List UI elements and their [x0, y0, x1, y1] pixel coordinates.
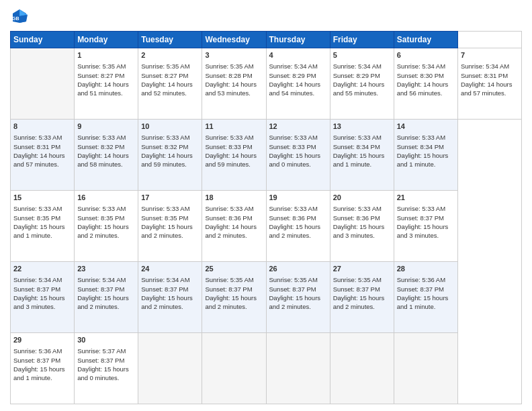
day-info: Sunrise: 5:33 AM: [205, 204, 263, 213]
logo-icon: GB: [10, 7, 29, 26]
day-number: 6: [397, 50, 455, 60]
day-info: and 59 minutes.: [141, 160, 199, 169]
day-cell: 3Sunrise: 5:35 AMSunset: 8:28 PMDaylight…: [202, 48, 266, 120]
day-info: Daylight: 14 hours: [77, 80, 135, 89]
day-info: Sunrise: 5:37 AM: [77, 347, 135, 355]
day-cell: 2Sunrise: 5:35 AMSunset: 8:27 PMDaylight…: [138, 48, 202, 120]
day-info: Daylight: 14 hours: [77, 151, 135, 160]
day-number: 16: [77, 193, 135, 203]
day-number: 11: [205, 122, 263, 132]
day-info: and 52 minutes.: [141, 89, 199, 97]
day-cell: 11Sunrise: 5:33 AMSunset: 8:33 PMDayligh…: [202, 120, 266, 191]
day-info: and 2 minutes.: [205, 231, 263, 240]
day-info: Daylight: 14 hours: [141, 151, 199, 160]
day-info: Daylight: 14 hours: [461, 80, 519, 89]
day-number: 17: [141, 193, 199, 203]
day-info: Daylight: 14 hours: [13, 151, 71, 160]
day-info: and 58 minutes.: [77, 160, 135, 169]
day-info: Sunrise: 5:33 AM: [205, 133, 263, 142]
day-info: Daylight: 15 hours: [141, 293, 199, 302]
day-info: Sunset: 8:30 PM: [397, 71, 455, 80]
day-info: Sunrise: 5:36 AM: [13, 347, 71, 355]
day-info: Sunrise: 5:33 AM: [397, 204, 455, 213]
day-info: Sunset: 8:36 PM: [333, 214, 391, 222]
day-number: 29: [13, 335, 71, 345]
day-info: Sunset: 8:35 PM: [141, 214, 199, 222]
day-cell: 13Sunrise: 5:33 AMSunset: 8:34 PMDayligh…: [330, 120, 394, 191]
day-number: 23: [77, 264, 135, 274]
day-info: Sunrise: 5:35 AM: [333, 275, 391, 284]
day-info: Daylight: 15 hours: [333, 222, 391, 231]
day-info: and 56 minutes.: [397, 89, 455, 97]
day-number: 15: [13, 193, 71, 203]
day-info: Daylight: 15 hours: [397, 151, 455, 160]
day-header-friday: Friday: [330, 32, 394, 48]
day-info: Sunset: 8:37 PM: [333, 285, 391, 293]
day-number: 20: [333, 193, 391, 203]
day-info: and 2 minutes.: [333, 302, 391, 311]
day-info: Sunset: 8:37 PM: [397, 214, 455, 222]
calendar-table: SundayMondayTuesdayWednesdayThursdayFrid…: [10, 31, 522, 404]
day-info: and 2 minutes.: [205, 302, 263, 311]
day-info: and 0 minutes.: [269, 160, 327, 169]
day-info: Sunset: 8:37 PM: [397, 285, 455, 293]
day-cell: 30Sunrise: 5:37 AMSunset: 8:37 PMDayligh…: [75, 333, 138, 404]
day-cell: 15Sunrise: 5:33 AMSunset: 8:35 PMDayligh…: [11, 191, 75, 262]
day-cell: 27Sunrise: 5:35 AMSunset: 8:37 PMDayligh…: [330, 262, 394, 333]
day-info: Daylight: 15 hours: [77, 222, 135, 231]
day-info: Sunset: 8:37 PM: [269, 285, 327, 293]
day-info: Daylight: 14 hours: [205, 80, 263, 89]
day-info: and 2 minutes.: [269, 231, 327, 240]
day-info: and 2 minutes.: [77, 231, 135, 240]
day-cell: 21Sunrise: 5:33 AMSunset: 8:37 PMDayligh…: [394, 191, 457, 262]
day-number: 25: [205, 264, 263, 274]
day-cell: 14Sunrise: 5:33 AMSunset: 8:34 PMDayligh…: [394, 120, 457, 191]
day-number: 8: [13, 122, 71, 132]
day-info: Daylight: 14 hours: [269, 80, 327, 89]
day-info: Daylight: 14 hours: [333, 80, 391, 89]
day-info: and 1 minute.: [397, 160, 455, 169]
day-info: Sunrise: 5:33 AM: [77, 204, 135, 213]
day-info: and 54 minutes.: [269, 89, 327, 97]
day-info: Sunset: 8:27 PM: [77, 71, 135, 80]
day-cell: [138, 333, 202, 404]
day-info: Sunset: 8:35 PM: [77, 214, 135, 222]
day-info: Daylight: 15 hours: [269, 151, 327, 160]
day-cell: 18Sunrise: 5:33 AMSunset: 8:36 PMDayligh…: [202, 191, 266, 262]
day-info: Sunset: 8:37 PM: [13, 356, 71, 365]
day-number: 9: [77, 122, 135, 132]
day-info: and 53 minutes.: [205, 89, 263, 97]
day-cell: 16Sunrise: 5:33 AMSunset: 8:35 PMDayligh…: [75, 191, 138, 262]
day-number: 28: [397, 264, 455, 274]
day-cell: 28Sunrise: 5:36 AMSunset: 8:37 PMDayligh…: [394, 262, 457, 333]
day-info: Sunrise: 5:34 AM: [461, 62, 519, 71]
day-info: Sunset: 8:32 PM: [77, 142, 135, 151]
day-info: Sunset: 8:27 PM: [141, 71, 199, 80]
day-cell: 9Sunrise: 5:33 AMSunset: 8:32 PMDaylight…: [75, 120, 138, 191]
header-row: SundayMondayTuesdayWednesdayThursdayFrid…: [11, 32, 522, 48]
day-info: and 1 minute.: [333, 160, 391, 169]
day-cell: [330, 333, 394, 404]
day-number: 4: [269, 50, 327, 60]
day-number: 19: [269, 193, 327, 203]
day-info: Sunset: 8:37 PM: [13, 285, 71, 293]
day-info: Sunrise: 5:33 AM: [333, 204, 391, 213]
day-info: and 2 minutes.: [141, 302, 199, 311]
day-info: and 1 minute.: [13, 231, 71, 240]
day-cell: 23Sunrise: 5:34 AMSunset: 8:37 PMDayligh…: [75, 262, 138, 333]
day-cell: 25Sunrise: 5:35 AMSunset: 8:37 PMDayligh…: [202, 262, 266, 333]
day-info: Sunrise: 5:34 AM: [333, 62, 391, 71]
day-number: 7: [461, 50, 519, 60]
day-info: Daylight: 15 hours: [13, 293, 71, 302]
day-cell: 4Sunrise: 5:34 AMSunset: 8:29 PMDaylight…: [266, 48, 330, 120]
day-number: 24: [141, 264, 199, 274]
day-info: Daylight: 14 hours: [205, 222, 263, 231]
day-info: Sunset: 8:31 PM: [13, 142, 71, 151]
day-info: Sunrise: 5:33 AM: [269, 133, 327, 142]
day-info: Sunrise: 5:34 AM: [269, 62, 327, 71]
day-info: Sunrise: 5:35 AM: [77, 62, 135, 71]
day-info: Sunrise: 5:35 AM: [205, 62, 263, 71]
day-cell: [202, 333, 266, 404]
day-info: Sunrise: 5:33 AM: [269, 204, 327, 213]
day-info: Sunset: 8:37 PM: [77, 356, 135, 365]
